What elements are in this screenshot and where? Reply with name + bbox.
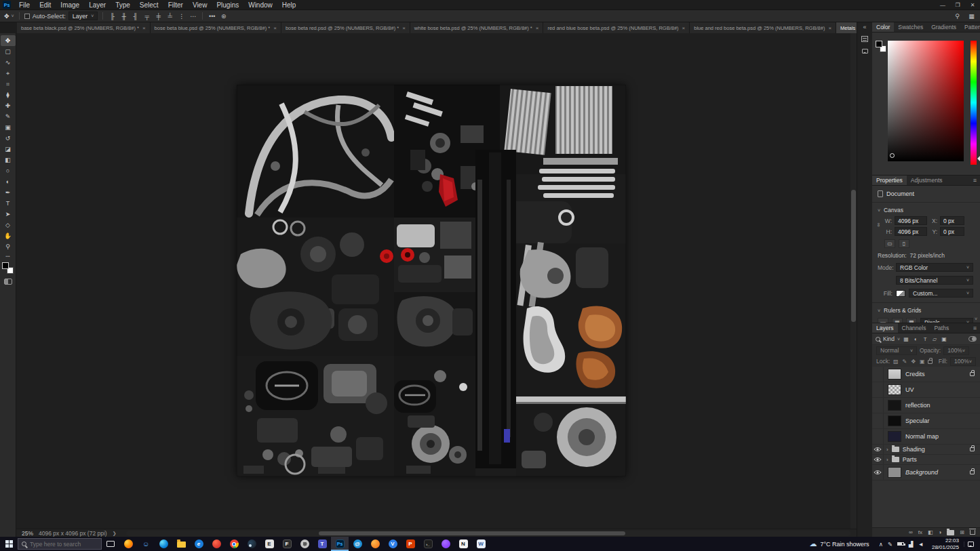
horizontal-scrollbar[interactable]	[126, 531, 851, 536]
color-swatches[interactable]	[2, 262, 14, 274]
align-center-horizontal-icon[interactable]: ╫	[119, 13, 128, 20]
auto-select-checkbox[interactable]	[24, 14, 30, 19]
foreground-color-swatch[interactable]	[2, 262, 9, 269]
layer-row-reflection[interactable]: reflection	[872, 398, 980, 413]
brave-icon[interactable]	[208, 537, 225, 551]
scroll-more-icon[interactable]: ˅	[975, 317, 977, 321]
search-icon[interactable]: ⚲	[953, 13, 962, 20]
visibility-toggle[interactable]	[872, 465, 884, 480]
hue-slider-handle[interactable]	[975, 156, 980, 161]
close-icon[interactable]: ×	[682, 25, 686, 31]
close-button[interactable]: ✕	[965, 0, 980, 9]
menu-view[interactable]: View	[188, 0, 212, 9]
bit-depth-dropdown[interactable]: 8 Bits/Channel˅	[896, 276, 973, 285]
notion-icon[interactable]: N	[454, 537, 472, 551]
f-app-icon[interactable]: F	[278, 537, 296, 551]
saturation-brightness-field[interactable]	[888, 41, 964, 161]
menu-layer[interactable]: Layer	[84, 0, 111, 9]
document-tab[interactable]: bose beta red.psd @ 25% (NUMBERS, RGB/8#…	[281, 22, 410, 33]
tab-paths[interactable]: Paths	[930, 323, 953, 333]
layer-row-background[interactable]: Background	[872, 465, 980, 481]
auto-select-target-dropdown[interactable]: Layer˅	[68, 12, 98, 20]
blur-tool[interactable]: ○	[1, 165, 16, 176]
document-tab[interactable]: white bose beta.psd @ 25% (NUMBERS, RGB/…	[410, 22, 544, 33]
close-icon[interactable]: ×	[536, 25, 539, 31]
zoom-level[interactable]: 25%	[22, 530, 33, 537]
panel-menu-icon[interactable]: ≡	[970, 323, 980, 333]
battery-icon[interactable]	[897, 542, 904, 546]
layer-thumbnail[interactable]	[888, 415, 901, 426]
healing-brush-tool[interactable]: ✚	[1, 100, 16, 111]
teams-icon[interactable]: T	[313, 537, 331, 551]
hue-slider[interactable]	[971, 41, 977, 165]
align-bottom-icon[interactable]: ╧	[165, 13, 174, 20]
document-tab-active[interactable]: Metals bose beta.psd @ 25% (RGB/8) *×	[836, 22, 857, 33]
lock-all-icon[interactable]	[928, 360, 933, 364]
epic-games-icon[interactable]: E	[260, 537, 278, 551]
object-selection-tool[interactable]: ⌖	[1, 68, 16, 79]
layer-row-specular[interactable]: Specular	[872, 413, 980, 429]
canvas-height-field[interactable]: 4096 px	[895, 227, 927, 236]
eraser-tool[interactable]: ◪	[1, 144, 16, 155]
network-icon[interactable]: ▟	[909, 541, 914, 548]
hand-tool[interactable]: ✋	[1, 230, 16, 241]
chrome-icon[interactable]	[225, 537, 243, 551]
type-tool[interactable]: T	[1, 198, 16, 209]
mail-icon[interactable]: @	[349, 537, 366, 551]
terminal-icon[interactable]: ›_	[419, 537, 437, 551]
workspace-switcher-icon[interactable]: ▦	[967, 13, 976, 20]
color-mode-dropdown[interactable]: RGB Color˅	[896, 263, 973, 272]
chevron-down-icon[interactable]: ˅	[878, 208, 880, 213]
gradient-tool[interactable]: ◧	[1, 155, 16, 165]
orange-app-icon[interactable]	[366, 537, 384, 551]
visibility-toggle[interactable]	[872, 445, 884, 454]
link-layers-icon[interactable]: ∞	[909, 529, 913, 535]
taskbar-weather[interactable]: ☁7°C Rain showers	[803, 539, 875, 548]
file-explorer-icon[interactable]	[172, 537, 190, 551]
lock-position-icon[interactable]: ✥	[910, 359, 916, 365]
visibility-toggle[interactable]	[872, 455, 884, 464]
menu-select[interactable]: Select	[135, 0, 163, 9]
layer-thumbnail[interactable]	[888, 369, 901, 380]
menu-plugins[interactable]: Plugins	[212, 0, 243, 9]
toggle-guides-button[interactable]: ▩	[906, 318, 917, 323]
edge-icon[interactable]	[155, 537, 172, 551]
layer-thumbnail[interactable]	[888, 431, 901, 442]
orientation-portrait-button[interactable]: ▭	[884, 239, 895, 248]
menu-type[interactable]: Type	[111, 0, 135, 9]
align-middle-icon[interactable]: ╪	[154, 13, 163, 20]
current-tool-preset[interactable]: ✥˅	[4, 13, 14, 20]
clone-stamp-tool[interactable]: ▣	[1, 122, 16, 133]
layer-row-normal-map[interactable]: Normal map	[872, 429, 980, 445]
layer-mask-icon[interactable]: ◧	[928, 529, 933, 535]
document-tab[interactable]: bose beta blue.psd @ 25% (NUMBERS, RGB/8…	[151, 22, 281, 33]
filter-smart-objects-icon[interactable]: ▣	[941, 336, 947, 342]
chevron-down-icon[interactable]: ˅	[878, 308, 880, 313]
orientation-landscape-button[interactable]: ▯	[899, 239, 909, 248]
distribute-vertical-icon[interactable]: ⋮	[177, 13, 186, 20]
layer-fill-dropdown[interactable]: 100%˅	[950, 357, 976, 366]
menu-help[interactable]: Help	[277, 0, 301, 9]
lock-artboard-icon[interactable]: ▣	[919, 359, 925, 365]
lock-pixels-icon[interactable]: ✎	[901, 359, 907, 365]
gray-app-icon[interactable]	[296, 537, 313, 551]
layer-row-parts[interactable]: › Parts	[872, 455, 980, 465]
align-left-icon[interactable]: ╟	[108, 13, 117, 20]
tab-channels[interactable]: Channels	[898, 323, 930, 333]
fill-color-swatch[interactable]	[896, 290, 905, 297]
filter-shape-layers-icon[interactable]: ▱	[931, 336, 938, 342]
purple-app-icon[interactable]	[437, 537, 454, 551]
taskbar-search[interactable]	[18, 538, 102, 550]
collapse-panels-icon[interactable]: «	[863, 22, 866, 32]
photoshop-taskbar-icon[interactable]: Ps	[331, 537, 349, 551]
comments-panel-icon[interactable]	[859, 45, 871, 56]
more-options-icon[interactable]: •••	[208, 13, 216, 20]
document-tab[interactable]: red and blue bose beta.psd @ 25% (NUMBER…	[543, 22, 690, 33]
layer-thumbnail[interactable]	[888, 400, 901, 411]
office-icon[interactable]: P	[401, 537, 419, 551]
canvas-x-field[interactable]: 0 px	[940, 216, 964, 225]
start-button[interactable]	[0, 537, 18, 551]
expand-group-icon[interactable]: ›	[886, 447, 888, 453]
toggle-rulers-button[interactable]: ▬	[878, 318, 888, 323]
visibility-toggle[interactable]	[872, 398, 884, 413]
